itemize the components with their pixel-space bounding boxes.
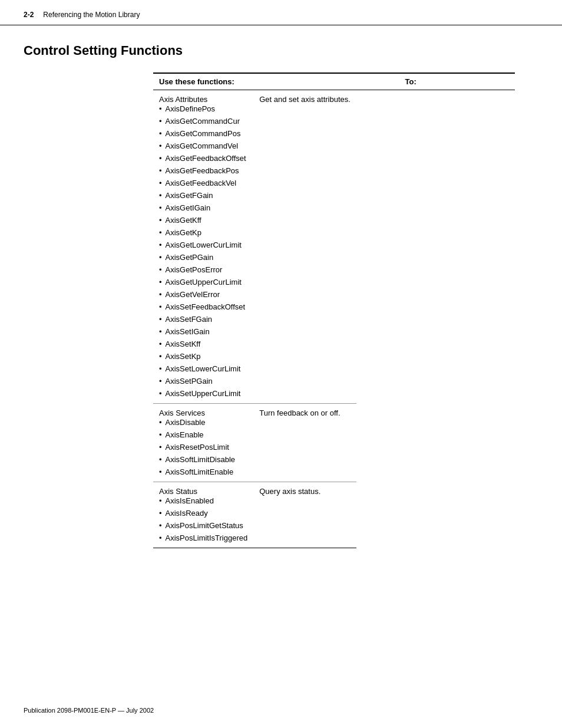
bullet-icon: • [159,377,162,386]
group-section: Axis Services • AxisDisable Turn feedbac… [153,404,356,482]
group-name: Axis Status [159,487,247,496]
table-row: • AxisGetFeedbackPos [153,164,356,177]
list-item: • AxisGetKp [159,228,247,238]
list-item: • AxisPosLimitIsTriggered [159,533,247,543]
item-label: AxisGetUpperCurLimit [166,278,242,286]
item-label: AxisDisable [166,418,206,427]
bullet-icon: • [159,191,162,200]
bullet-icon: • [159,117,162,126]
list-item: • AxisDefinePos [159,104,247,114]
group-name: Axis Attributes [159,95,247,104]
group-desc: Query axis status. [259,487,320,496]
table-row: • AxisGetVelError [153,288,356,301]
table-row: • AxisSoftLimitDisable [153,453,356,466]
item-label: AxisGetPosError [166,265,223,274]
item-label: AxisSetKp [166,352,201,361]
col-functions-header: Use these functions: [153,73,399,90]
functions-table: Use these functions: To: Axis Attributes… [153,73,515,548]
list-item: • AxisSoftLimitDisable [159,454,247,465]
table-row: • AxisGetCommandPos [153,127,356,140]
group-section: Axis Status • AxisIsEnabled Query axis s… [153,482,356,548]
group-name: Axis Services [159,409,247,417]
item-label: AxisIsReady [166,509,208,518]
bullet-icon: • [159,203,162,212]
table-row: • AxisGetFGain [153,189,356,202]
item-label: AxisGetCommandCur [166,117,240,126]
item-label: AxisPosLimitGetStatus [166,521,243,530]
page-content: Control Setting Functions Use these func… [0,25,562,572]
table-row: • AxisGetUpperCurLimit [153,276,356,288]
table-row: • AxisSetFeedbackOffset [153,301,356,313]
table-row: • AxisGetPosError [153,263,356,276]
table-row: Axis Services • AxisDisable Turn feedbac… [153,404,356,429]
item-label: AxisGetCommandPos [166,129,241,138]
header-title: Referencing the Motion Library [43,11,140,19]
bullet-icon: • [159,443,162,452]
item-label: AxisGetKp [166,228,201,237]
item-label: AxisSetFGain [166,315,212,324]
item-label: AxisSoftLimitEnable [166,467,234,476]
list-item: • AxisSetPGain [159,376,247,386]
table-row: • AxisPosLimitGetStatus [153,519,356,532]
bullet-icon: • [159,467,162,476]
list-item: • AxisSetFeedbackOffset [159,302,247,312]
table-row: • AxisGetKp [153,226,356,239]
list-item: • AxisGetIGain [159,203,247,213]
bullet-icon: • [159,327,162,336]
item-label: AxisSetIGain [166,327,210,336]
table-row: • AxisSetFGain [153,313,356,325]
bullet-icon: • [159,315,162,324]
bullet-icon: • [159,166,162,175]
table-row: • AxisGetFeedbackVel [153,177,356,189]
item-label: AxisIsEnabled [166,496,214,505]
list-item: • AxisGetCommandPos [159,129,247,139]
list-item: • AxisSetLowerCurLimit [159,364,247,374]
bullet-icon: • [159,129,162,138]
section-title: Control Setting Functions [24,43,538,58]
bullet-icon: • [159,509,162,518]
bullet-icon: • [159,253,162,262]
bullet-icon: • [159,455,162,464]
table-row: • AxisResetPosLimit [153,441,356,453]
table-row: • AxisSetIGain [153,325,356,338]
table-row: • AxisGetIGain [153,202,356,214]
table-row: • AxisSetKff [153,338,356,350]
item-label: AxisSetLowerCurLimit [166,364,241,373]
item-label: AxisGetFeedbackOffset [166,154,246,163]
bullet-icon: • [159,533,162,542]
table-header-row: Use these functions: To: [153,73,515,90]
table-row: • AxisPosLimitIsTriggered [153,532,356,548]
table-row: Axis Status • AxisIsEnabled Query axis s… [153,482,356,508]
bullet-icon: • [159,104,162,113]
item-label: AxisGetIGain [166,203,211,212]
list-item: • AxisIsEnabled [159,496,247,506]
list-item: • AxisGetCommandVel [159,141,247,151]
list-item: • AxisSetIGain [159,327,247,337]
table-row: • AxisSetUpperCurLimit [153,387,356,404]
table-row: • AxisIsReady [153,507,356,519]
list-item: • AxisSetUpperCurLimit [159,388,247,398]
list-item: • AxisGetCommandCur [159,116,247,126]
bullet-icon: • [159,418,162,427]
item-label: AxisResetPosLimit [166,443,229,452]
bullet-icon: • [159,216,162,225]
bullet-icon: • [159,302,162,311]
item-label: AxisSoftLimitDisable [166,455,236,464]
item-label: AxisSetPGain [166,377,213,386]
bullet-icon: • [159,496,162,505]
bullet-icon: • [159,340,162,348]
item-label: AxisGetKff [166,216,201,225]
list-item: • AxisSetKff [159,339,247,349]
list-item: • AxisSetFGain [159,314,247,324]
item-label: AxisDefinePos [166,104,216,113]
list-item: • AxisSoftLimitEnable [159,467,247,477]
list-item: • AxisSetKp [159,351,247,361]
item-label: AxisGetLowerCurLimit [166,241,242,249]
bullet-icon: • [159,228,162,237]
table-row: • AxisSetLowerCurLimit [153,363,356,375]
table-row: • AxisSoftLimitEnable [153,466,356,482]
bullet-icon: • [159,179,162,187]
table-row: • AxisEnable [153,429,356,441]
table-row: • AxisGetPGain [153,251,356,263]
list-item: • AxisResetPosLimit [159,442,247,452]
